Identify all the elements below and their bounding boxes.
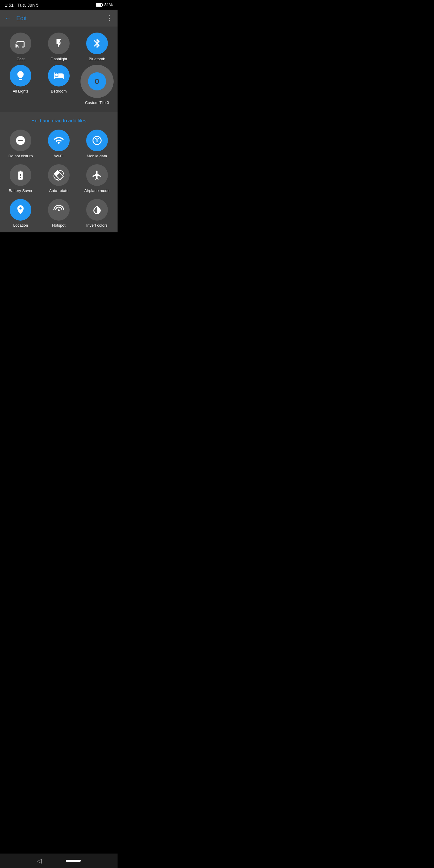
tile-bluetooth: Bluetooth <box>86 33 108 61</box>
tile-custom0-label: Custom Tile 0 <box>85 100 109 105</box>
tile-location-label: Location <box>13 223 28 227</box>
tile-cast: Cast <box>10 33 31 61</box>
tile-dnd-label: Do not disturb <box>8 154 33 158</box>
tile-mobile-data: Mobile data <box>86 130 108 158</box>
tile-battery-saver-label: Battery Saver <box>9 188 33 193</box>
tile-invert-colors: Invert colors <box>86 199 108 227</box>
tile-airplane-mode-button[interactable] <box>86 164 108 186</box>
tile-auto-rotate-label: Auto-rotate <box>49 188 68 193</box>
battery-percent: 81% <box>104 2 113 7</box>
tile-mobile-data-button[interactable] <box>86 130 108 151</box>
page-title: Edit <box>16 15 27 22</box>
battery-icon <box>96 3 102 7</box>
status-bar: 1:51 Tue, Jun 5 81% <box>0 0 118 10</box>
tile-bedroom-label: Bedroom <box>51 89 67 93</box>
available-tiles-grid: Do not disturb Wi-Fi Mobile data Battery… <box>3 130 115 227</box>
app-bar: ← Edit ⋮ <box>0 10 118 27</box>
add-section-hint: Hold and drag to add tiles <box>3 118 115 124</box>
tile-airplane-mode: Airplane mode <box>84 164 110 193</box>
tile-invert-colors-button[interactable] <box>86 199 108 221</box>
tile-battery-saver-button[interactable] <box>10 164 31 186</box>
tile-wifi: Wi-Fi <box>48 130 70 158</box>
tile-battery-saver: Battery Saver <box>9 164 33 193</box>
status-right: 81% <box>96 2 113 7</box>
active-tiles-grid: Cast Flashlight Bluetooth All Lights <box>3 33 115 105</box>
tile-hotspot: Hotspot <box>48 199 70 227</box>
tile-wifi-button[interactable] <box>48 130 70 151</box>
add-tiles-section: Hold and drag to add tiles Do not distur… <box>0 112 118 232</box>
tile-hotspot-button[interactable] <box>48 199 70 221</box>
tile-all-lights-label: All Lights <box>13 89 29 93</box>
tile-custom0: 0 Custom Tile 0 <box>81 65 114 105</box>
tile-bluetooth-label: Bluetooth <box>89 57 105 61</box>
tile-dnd-button[interactable] <box>10 130 31 151</box>
tile-mobile-data-label: Mobile data <box>87 154 107 158</box>
status-time: 1:51 Tue, Jun 5 <box>5 2 38 7</box>
tile-flashlight-button[interactable] <box>48 33 70 54</box>
tile-dnd: Do not disturb <box>8 130 33 158</box>
tile-cast-button[interactable] <box>10 33 31 54</box>
tile-location: Location <box>10 199 31 227</box>
tile-bedroom: Bedroom <box>48 65 70 105</box>
tile-custom0-button[interactable]: 0 <box>81 65 114 98</box>
tile-bluetooth-button[interactable] <box>86 33 108 54</box>
tile-bedroom-button[interactable] <box>48 65 70 87</box>
tile-flashlight: Flashlight <box>48 33 70 61</box>
active-tiles-section: Cast Flashlight Bluetooth All Lights <box>0 27 118 112</box>
tile-auto-rotate: Auto-rotate <box>48 164 70 193</box>
back-button[interactable]: ← <box>5 14 11 22</box>
app-bar-left: ← Edit <box>5 14 27 22</box>
tile-all-lights-button[interactable] <box>10 65 31 87</box>
tile-invert-colors-label: Invert colors <box>86 223 107 227</box>
tile-cast-label: Cast <box>17 57 25 61</box>
more-options-button[interactable]: ⋮ <box>106 14 113 22</box>
tile-auto-rotate-button[interactable] <box>48 164 70 186</box>
tile-airplane-mode-label: Airplane mode <box>84 188 110 193</box>
tile-flashlight-label: Flashlight <box>50 57 67 61</box>
tile-location-button[interactable] <box>10 199 31 221</box>
tile-hotspot-label: Hotspot <box>52 223 66 227</box>
tile-wifi-label: Wi-Fi <box>54 154 63 158</box>
tile-all-lights: All Lights <box>10 65 31 105</box>
